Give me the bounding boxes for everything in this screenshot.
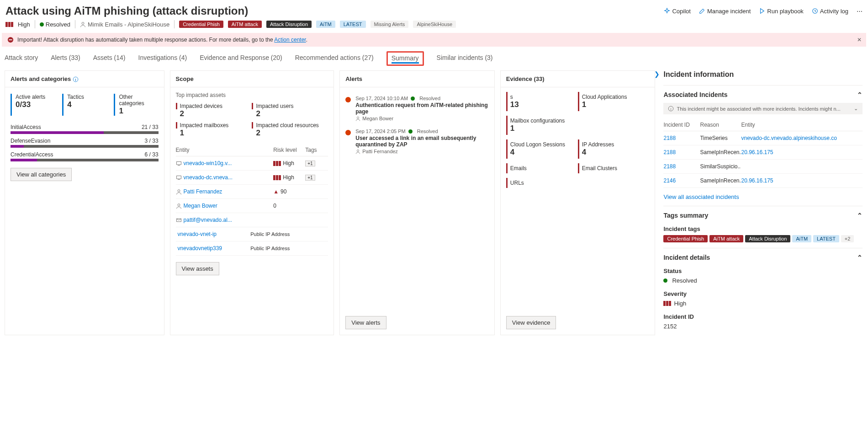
- status-dot-icon: [40, 22, 44, 27]
- tab-recommended-actions-[interactable]: Recommended actions (27): [295, 54, 374, 66]
- tab-summary[interactable]: Summary: [386, 51, 424, 66]
- tag: AiTM: [316, 21, 335, 28]
- svg-point-12: [357, 150, 359, 151]
- tag: LATEST: [813, 235, 839, 242]
- associated-incident-row[interactable]: 2146SameIpInRecen...20.96.16.175: [663, 174, 863, 188]
- view-evidence-button[interactable]: View evidence: [506, 316, 556, 329]
- run-playbook-button[interactable]: Run playbook: [759, 8, 804, 15]
- asset-row[interactable]: vnevado-dc.vneva... High+1: [176, 171, 328, 185]
- view-alerts-button[interactable]: View alerts: [345, 316, 386, 329]
- scope-stat: Impacted users2: [252, 101, 328, 120]
- scope-stat: Impacted devices2: [176, 101, 252, 120]
- info-icon: i: [668, 106, 674, 112]
- alert-item[interactable]: Sep 17, 2024 2:05 PM ResolvedUser access…: [345, 125, 489, 158]
- category-row: CredentialAccess6 / 33: [11, 151, 159, 161]
- chevron-up-icon: ⌃: [857, 91, 863, 98]
- evidence-stat: Email Clusters: [578, 163, 650, 173]
- evidence-stat: Emails: [506, 163, 578, 173]
- incident-details-header[interactable]: Incident details⌃: [663, 254, 863, 261]
- card-title: Scope: [170, 71, 334, 87]
- chevron-right-icon[interactable]: ❯: [654, 70, 660, 78]
- asset-row[interactable]: Patti Fernandez▲ 90: [176, 185, 328, 199]
- asset-row[interactable]: vnevado-win10g.v... High+1: [176, 156, 328, 171]
- tab-assets-[interactable]: Assets (14): [93, 54, 126, 66]
- status-label: Status: [663, 268, 863, 274]
- severity-text: High: [18, 21, 30, 28]
- more-button[interactable]: ⋯: [857, 8, 863, 15]
- evidence-stat: Cloud Logon Sessions4: [506, 139, 578, 159]
- evidence-stat: Cloud Applications1: [578, 92, 650, 111]
- view-all-categories-button[interactable]: View all categories: [11, 168, 72, 181]
- view-all-associated-link[interactable]: View all associated incidents: [663, 193, 739, 200]
- side-panel-title: Incident information: [663, 70, 863, 79]
- evidence-stat: IP Addresses4: [578, 139, 650, 159]
- info-icon[interactable]: i: [73, 76, 79, 82]
- svg-text:i: i: [75, 78, 76, 82]
- view-assets-button[interactable]: View assets: [176, 262, 219, 275]
- chevron-up-icon: ⌃: [857, 254, 863, 261]
- tag: Missing Alerts: [370, 21, 409, 28]
- activity-log-button[interactable]: Activity log: [812, 8, 848, 15]
- action-center-link[interactable]: Action center: [274, 37, 306, 43]
- tab-investigations-[interactable]: Investigations (4): [138, 54, 187, 66]
- scope-subtitle: Top impacted assets: [176, 92, 328, 98]
- category-row: InitialAccess21 / 33: [11, 124, 159, 134]
- tab-similar-incidents-[interactable]: Similar incidents (3): [437, 54, 493, 66]
- warning-banner: Important! Attack disruption has automat…: [2, 33, 866, 47]
- associated-incidents-header[interactable]: Associated Incidents⌃: [663, 91, 863, 98]
- svg-point-9: [178, 204, 180, 206]
- svg-rect-6: [176, 161, 181, 165]
- scope-stat: Impacted cloud resources2: [252, 120, 328, 139]
- asset-row[interactable]: vnevado-vnet-ipPublic IP Address: [176, 227, 328, 241]
- svg-point-11: [357, 117, 359, 118]
- incident-id-value: 2152: [663, 323, 863, 330]
- tag: Attack Disruption: [745, 235, 790, 242]
- severity-label: Severity: [663, 290, 863, 297]
- alert-dot-icon: [345, 97, 351, 102]
- kpi: Tactics4: [62, 94, 106, 116]
- alert-item[interactable]: Sep 17, 2024 10:10 AM ResolvedAuthentica…: [345, 92, 489, 125]
- page-title: Attack using AiTM phishing (attack disru…: [5, 5, 248, 17]
- associated-incident-row[interactable]: 2188TimeSeriesvnevado-dc.vnevado.alpines…: [663, 131, 863, 145]
- card-title: Evidence (33): [501, 71, 655, 87]
- tag: AiTM attack: [709, 235, 743, 242]
- info-banner: iThis incident might be associated with …: [663, 103, 863, 114]
- alert-dot-icon: [345, 130, 351, 135]
- status-text: Resolved: [46, 21, 70, 28]
- tab-alerts-[interactable]: Alerts (33): [51, 54, 80, 66]
- person-icon: [176, 203, 182, 209]
- severity-icon: [663, 301, 671, 306]
- asset-row[interactable]: vnevadovnetip339Public IP Address: [176, 241, 328, 256]
- tab-attack-story[interactable]: Attack story: [5, 54, 38, 66]
- tag: Credential Phish: [663, 235, 708, 242]
- svg-rect-3: [9, 39, 12, 40]
- card-title: Alerts and categories i: [5, 71, 164, 87]
- associated-incident-row[interactable]: 2188SameIpInRecen...20.96.16.175: [663, 145, 863, 160]
- card-title: Alerts: [340, 71, 494, 87]
- incident-id-label: Incident ID: [663, 313, 863, 320]
- incident-tags-label: Incident tags: [663, 225, 863, 232]
- category-row: DefenseEvasion3 / 33: [11, 138, 159, 148]
- chevron-down-icon[interactable]: ⌄: [854, 106, 858, 112]
- evidence-stat: URLs: [506, 178, 578, 188]
- kpi: Other categories1: [114, 94, 158, 116]
- device-icon: [176, 161, 182, 166]
- tag: AiTM attack: [228, 21, 262, 28]
- svg-text:i: i: [671, 107, 672, 111]
- tab-evidence-and-response-[interactable]: Evidence and Response (20): [200, 54, 282, 66]
- evidence-stat: s13: [506, 92, 578, 111]
- person-icon: [176, 189, 182, 195]
- asset-row[interactable]: Megan Bower0: [176, 199, 328, 213]
- manage-incident-button[interactable]: Manage incident: [699, 8, 751, 15]
- tags-summary-header[interactable]: Tags summary⌃: [663, 212, 863, 219]
- asset-row[interactable]: pattif@vnevado.al...: [176, 213, 328, 227]
- tag: AlpineSkiHouse: [413, 21, 456, 28]
- associated-incident-row[interactable]: 2188SimilarSuspicio...: [663, 160, 863, 174]
- copilot-button[interactable]: Copilot: [664, 8, 690, 15]
- chevron-up-icon: ⌃: [857, 212, 863, 219]
- tag: AiTM: [792, 235, 811, 242]
- mail-icon: [176, 217, 182, 223]
- close-icon[interactable]: ✕: [857, 37, 862, 43]
- tag: Attack Disruption: [266, 21, 312, 28]
- severity-icon: [5, 22, 13, 27]
